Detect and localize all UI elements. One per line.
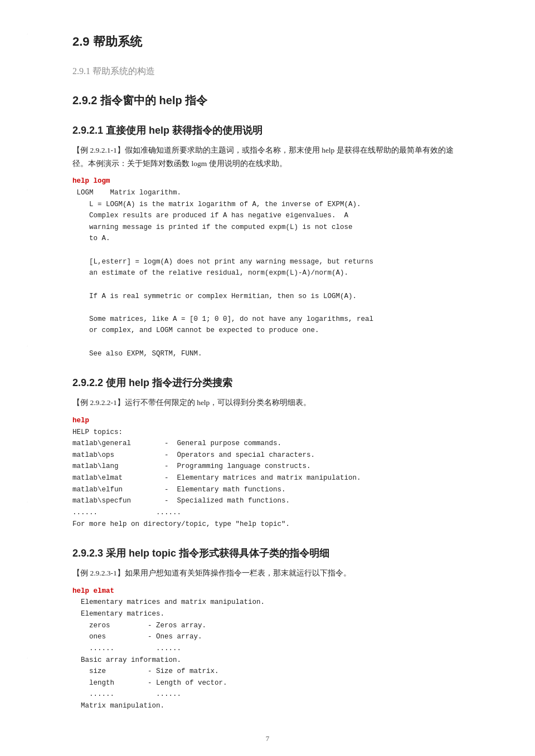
section-2-9-1-title: 2.9.1 帮助系统的构造 [72, 66, 463, 77]
section-2-9-1: 2.9.1 帮助系统的构造 [72, 66, 463, 77]
section-2-9-2-1-title: 2.9.2.1 直接使用 help 获得指令的使用说明 [72, 124, 463, 137]
code-block-2-9-2-1: help logm LOGM Matrix logarithm. L = LOG… [72, 175, 463, 359]
code-body-3: Elementary matrices and matrix manipulat… [72, 598, 265, 710]
example-2-9-2-3-body: 如果用户想知道有关矩阵操作指令一栏表，那末就运行以下指令。 [125, 569, 351, 577]
code-block-2-9-2-3: help elmat Elementary matrices and matri… [72, 586, 463, 712]
example-2-9-2-3-label: 【例 2.9.2.3-1】 [72, 569, 125, 577]
code-cmd-2: help [72, 417, 89, 425]
page: 2.9 帮助系统 2.9.1 帮助系统的构造 2.9.2 指令窗中的 help … [28, 0, 507, 756]
example-2-9-2-3-text: 【例 2.9.2.3-1】如果用户想知道有关矩阵操作指令一栏表，那末就运行以下指… [72, 567, 463, 580]
section-2-9-2-3: 2.9.2.3 采用 help topic 指令形式获得具体子类的指令明细 【例… [72, 547, 463, 712]
section-2-9: 2.9 帮助系统 [72, 33, 463, 50]
section-2-9-2-1: 2.9.2.1 直接使用 help 获得指令的使用说明 【例 2.9.2.1-1… [72, 124, 463, 359]
example-2-9-2-1-text: 【例 2.9.2.1-1】假如准确知道所要求助的主题词，或指令名称，那末使用 h… [72, 144, 463, 170]
code-body-2: HELP topics: matlab\general - General pu… [72, 428, 361, 528]
code-body-1: LOGM Matrix logarithm. L = LOGM(A) is th… [72, 189, 373, 358]
code-cmd-3: help elmat [72, 587, 114, 595]
section-2-9-2-3-title: 2.9.2.3 采用 help topic 指令形式获得具体子类的指令明细 [72, 547, 463, 560]
section-2-9-2-title: 2.9.2 指令窗中的 help 指令 [72, 93, 463, 108]
section-2-9-2: 2.9.2 指令窗中的 help 指令 [72, 93, 463, 108]
code-cmd-1: help logm [72, 177, 110, 185]
section-2-9-title: 2.9 帮助系统 [72, 33, 463, 50]
example-2-9-2-2-label: 【例 2.9.2.2-1】 [72, 398, 125, 407]
example-2-9-2-2-text: 【例 2.9.2.2-1】运行不带任何限定的 help，可以得到分类名称明细表。 [72, 396, 463, 409]
example-2-9-2-1-body: 假如准确知道所要求助的主题词，或指令名称，那末使用 help 是获得在线帮助的最… [72, 146, 454, 168]
example-2-9-2-2-body: 运行不带任何限定的 help，可以得到分类名称明细表。 [125, 398, 312, 407]
example-2-9-2-1-label: 【例 2.9.2.1-1】 [72, 146, 125, 154]
section-2-9-2-2-title: 2.9.2.2 使用 help 指令进行分类搜索 [72, 376, 463, 389]
code-block-2-9-2-2: help HELP topics: matlab\general - Gener… [72, 415, 463, 530]
section-2-9-2-2: 2.9.2.2 使用 help 指令进行分类搜索 【例 2.9.2.2-1】运行… [72, 376, 463, 530]
page-number: 7 [72, 734, 463, 743]
